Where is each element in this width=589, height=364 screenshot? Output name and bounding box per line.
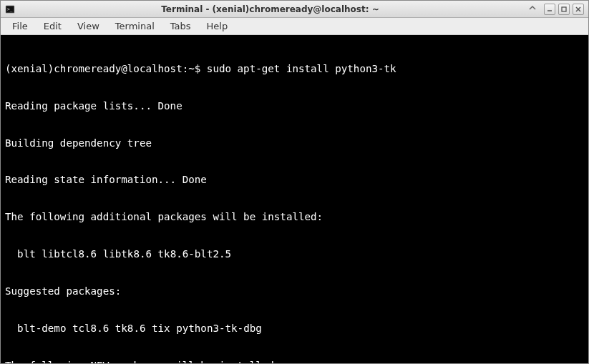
- terminal-line: Reading state information... Done: [5, 174, 584, 186]
- rollup-button[interactable]: [525, 4, 540, 14]
- terminal-line: (xenial)chromeready@localhost:~$ sudo ap…: [5, 63, 584, 75]
- app-window: >_ Terminal - (xenial)chromeready@localh…: [0, 0, 589, 364]
- menu-file[interactable]: File: [5, 19, 35, 33]
- terminal-line: blt libtcl8.6 libtk8.6 tk8.6-blt2.5: [5, 248, 584, 260]
- svg-text:>_: >_: [7, 6, 13, 12]
- menu-view[interactable]: View: [70, 19, 107, 33]
- menu-edit[interactable]: Edit: [36, 19, 69, 33]
- svg-rect-4: [562, 7, 566, 11]
- menu-tabs[interactable]: Tabs: [163, 19, 198, 33]
- close-button[interactable]: [573, 4, 584, 15]
- menubar: File Edit View Terminal Tabs Help: [1, 18, 588, 35]
- window-controls: [544, 4, 584, 15]
- titlebar[interactable]: >_ Terminal - (xenial)chromeready@localh…: [1, 1, 588, 18]
- window-title: Terminal - (xenial)chromeready@localhost…: [19, 4, 521, 14]
- maximize-button[interactable]: [558, 4, 570, 15]
- terminal-line: Suggested packages:: [5, 285, 584, 297]
- terminal-output[interactable]: (xenial)chromeready@localhost:~$ sudo ap…: [1, 35, 588, 363]
- terminal-line: The following NEW packages will be insta…: [5, 360, 584, 363]
- menu-terminal[interactable]: Terminal: [108, 19, 162, 33]
- terminal-app-icon: >_: [5, 4, 15, 14]
- terminal-line: Reading package lists... Done: [5, 100, 584, 112]
- menu-help[interactable]: Help: [200, 19, 235, 33]
- minimize-button[interactable]: [544, 4, 555, 15]
- terminal-line: The following additional packages will b…: [5, 211, 584, 223]
- terminal-line: blt-demo tcl8.6 tk8.6 tix python3-tk-dbg: [5, 323, 584, 335]
- terminal-line: Building dependency tree: [5, 137, 584, 149]
